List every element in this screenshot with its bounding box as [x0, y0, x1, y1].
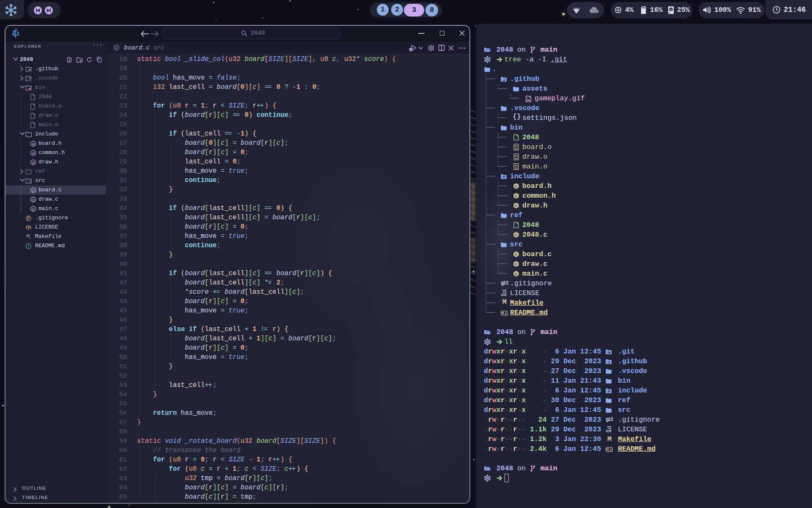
svg-text:C: C — [515, 262, 518, 266]
svg-text:C: C — [515, 271, 518, 276]
svg-text:C: C — [515, 184, 518, 188]
svg-text:C: C — [515, 252, 518, 256]
svg-text:10: 10 — [515, 147, 518, 150]
svg-text:C: C — [115, 46, 118, 50]
svg-text:C: C — [515, 203, 518, 207]
svg-text:C: C — [515, 193, 518, 198]
svg-text:10: 10 — [515, 166, 518, 169]
svg-text:C: C — [515, 232, 518, 237]
svg-text:10: 10 — [515, 157, 518, 160]
